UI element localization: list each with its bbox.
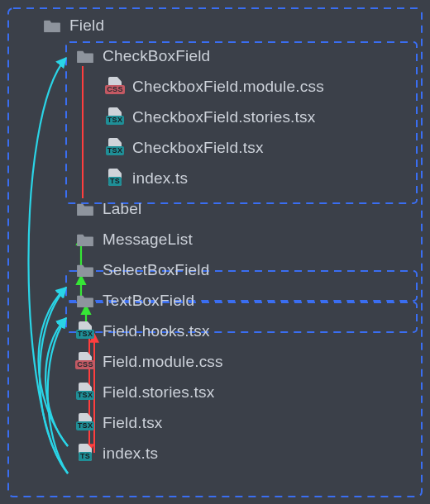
file-field-hooks-tsx[interactable]: TSX Field.hooks.tsx bbox=[0, 316, 430, 346]
file-label: CheckboxField.stories.tsx bbox=[132, 108, 315, 126]
tsx-file-icon: TSX bbox=[106, 108, 124, 126]
file-checkbox-tsx[interactable]: TSX CheckboxField.tsx bbox=[0, 132, 430, 163]
ts-file-icon: TS bbox=[76, 445, 94, 463]
file-checkbox-index-ts[interactable]: TS index.ts bbox=[0, 163, 430, 193]
folder-selectboxfield[interactable]: SelectBoxField bbox=[0, 254, 430, 285]
folder-label: SelectBoxField bbox=[103, 261, 210, 279]
file-checkbox-stories-tsx[interactable]: TSX CheckboxField.stories.tsx bbox=[0, 102, 430, 132]
folder-textboxfield[interactable]: TextBoxField bbox=[0, 285, 430, 316]
tsx-file-icon: TSX bbox=[106, 139, 124, 157]
file-field-index-ts[interactable]: TS index.ts bbox=[0, 438, 430, 468]
folder-messagelist[interactable]: MessageList bbox=[0, 224, 430, 254]
folder-label-dir[interactable]: Label bbox=[0, 193, 430, 224]
file-label: Field.module.css bbox=[103, 353, 223, 371]
folder-icon bbox=[76, 231, 94, 249]
folder-icon bbox=[76, 47, 94, 65]
file-label: Field.stories.tsx bbox=[103, 383, 214, 402]
file-label: CheckboxField.module.css bbox=[132, 78, 324, 96]
file-field-module-css[interactable]: CSS Field.module.css bbox=[0, 346, 430, 377]
folder-icon bbox=[76, 200, 94, 218]
folder-label: Label bbox=[103, 200, 142, 218]
folder-icon bbox=[76, 261, 94, 279]
folder-icon bbox=[43, 17, 61, 35]
css-file-icon: CSS bbox=[76, 353, 94, 371]
file-tree: Field CheckBoxField CSS CheckboxField.mo… bbox=[0, 0, 430, 468]
file-field-stories-tsx[interactable]: TSX Field.stories.tsx bbox=[0, 377, 430, 407]
file-field-tsx[interactable]: TSX Field.tsx bbox=[0, 407, 430, 438]
file-label: index.ts bbox=[132, 169, 188, 188]
file-label: CheckboxField.tsx bbox=[132, 139, 264, 157]
folder-label: TextBoxField bbox=[103, 292, 194, 310]
file-checkbox-module-css[interactable]: CSS CheckboxField.module.css bbox=[0, 71, 430, 102]
folder-icon bbox=[76, 292, 94, 310]
folder-field[interactable]: Field bbox=[0, 10, 430, 40]
tsx-file-icon: TSX bbox=[76, 414, 94, 432]
css-file-icon: CSS bbox=[106, 78, 124, 96]
file-label: Field.tsx bbox=[103, 414, 163, 432]
folder-label: MessageList bbox=[103, 231, 193, 249]
tsx-file-icon: TSX bbox=[76, 322, 94, 340]
ts-file-icon: TS bbox=[106, 169, 124, 188]
folder-label: CheckBoxField bbox=[103, 47, 210, 65]
file-label: index.ts bbox=[103, 445, 158, 463]
folder-checkboxfield[interactable]: CheckBoxField bbox=[0, 40, 430, 71]
file-label: Field.hooks.tsx bbox=[103, 322, 210, 340]
folder-label: Field bbox=[69, 17, 104, 35]
tsx-file-icon: TSX bbox=[76, 383, 94, 402]
